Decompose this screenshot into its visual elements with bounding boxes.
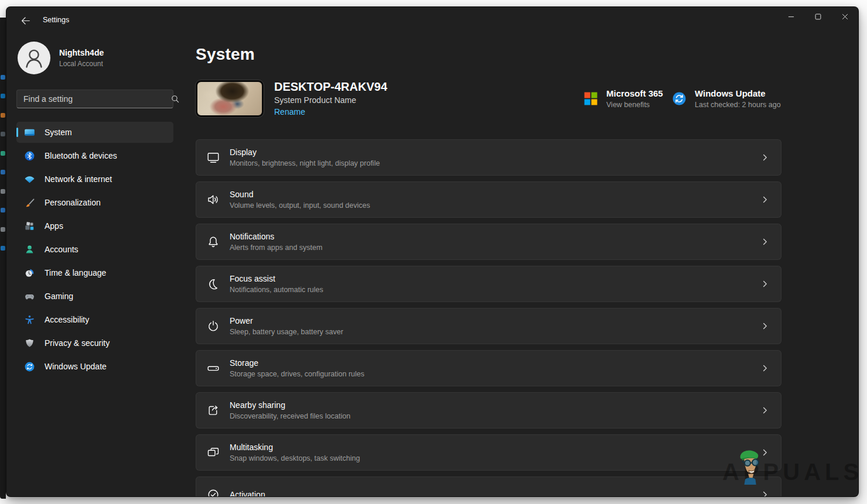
device-name: DESKTOP-4RAKV94 — [274, 80, 387, 93]
row-subtitle: Notifications, automatic rules — [230, 286, 323, 294]
quick-link-title: Microsoft 365 — [606, 89, 663, 98]
settings-row-sound[interactable]: SoundVolume levels, output, input, sound… — [196, 181, 781, 218]
time-language-icon — [24, 268, 35, 279]
quick-link-title: Windows Update — [695, 89, 781, 98]
search-icon[interactable] — [170, 94, 180, 104]
background-icon-fragment — [1, 94, 5, 98]
chevron-right-icon — [761, 153, 769, 162]
arrow-left-icon — [21, 16, 30, 28]
minimize-button[interactable] — [777, 7, 804, 27]
window-controls — [777, 7, 858, 27]
sidebar-item-time-language[interactable]: Time & language — [16, 262, 173, 283]
sidebar-item-windows-update[interactable]: Windows Update — [16, 356, 173, 377]
display-icon — [206, 150, 220, 164]
settings-row-multitasking[interactable]: MultitaskingSnap windows, desktops, task… — [196, 434, 781, 471]
settings-row-power[interactable]: PowerSleep, battery usage, battery saver — [196, 308, 781, 344]
chevron-right-icon — [761, 364, 769, 372]
desktop-background: Settings Nightsh4de Local Account — [0, 0, 867, 504]
apps-icon — [24, 221, 35, 232]
row-subtitle: Alerts from apps and system — [230, 244, 322, 252]
close-button[interactable] — [831, 7, 858, 27]
chevron-right-icon — [761, 280, 769, 288]
microsoft-logo-icon — [583, 91, 598, 106]
row-title: Display — [230, 148, 380, 157]
sidebar-item-network-internet[interactable]: Network & internet — [16, 169, 173, 190]
background-icon-fragment — [1, 227, 5, 232]
row-title: Notifications — [230, 232, 322, 241]
row-title: Nearby sharing — [230, 401, 350, 410]
background-icon-fragment — [1, 246, 5, 251]
sidebar-item-accessibility[interactable]: Accessibility — [16, 309, 173, 330]
sidebar-item-apps[interactable]: Apps — [16, 215, 173, 236]
settings-row-storage[interactable]: StorageStorage space, drives, configurat… — [196, 350, 781, 386]
sidebar-item-accounts[interactable]: Accounts — [16, 239, 173, 260]
chevron-right-icon — [761, 238, 769, 246]
settings-row-display[interactable]: DisplayMonitors, brightness, night light… — [196, 139, 781, 176]
row-subtitle: Sleep, battery usage, battery saver — [230, 328, 343, 336]
window-title: Settings — [43, 16, 69, 24]
titlebar[interactable]: Settings — [6, 7, 858, 33]
user-name: Nightsh4de — [59, 48, 104, 57]
bluetooth-icon — [24, 150, 35, 162]
chevron-right-icon — [761, 406, 769, 414]
selected-indicator — [16, 128, 18, 137]
activation-icon — [206, 488, 220, 497]
background-icon-fragment — [1, 151, 5, 156]
account-type: Local Account — [59, 60, 104, 68]
settings-window: Settings Nightsh4de Local Account — [6, 6, 859, 497]
windows-update-icon — [24, 361, 35, 372]
row-subtitle: Discoverability, received files location — [230, 412, 350, 420]
sidebar-item-personalization[interactable]: Personalization — [16, 192, 173, 213]
settings-row-notifications[interactable]: NotificationsAlerts from apps and system — [196, 224, 781, 260]
row-title: Multitasking — [230, 443, 360, 452]
minimize-icon — [788, 13, 794, 22]
sidebar-item-bluetooth-devices[interactable]: Bluetooth & devices — [16, 145, 173, 166]
maximize-icon — [815, 13, 821, 22]
settings-row-focus-assist[interactable]: Focus assistNotifications, automatic rul… — [196, 266, 781, 302]
sidebar-item-label: Network & internet — [45, 174, 112, 184]
microsoft-365-link[interactable]: Microsoft 365 View benefits — [583, 89, 663, 109]
accessibility-icon — [24, 314, 35, 325]
sidebar: Nightsh4de Local Account SystemBluetooth… — [6, 33, 196, 497]
search-box — [16, 90, 186, 108]
row-subtitle: Storage space, drives, configuration rul… — [230, 370, 364, 378]
device-wallpaper-thumbnail — [196, 80, 264, 117]
sidebar-item-label: Gaming — [45, 292, 73, 301]
close-icon — [842, 13, 848, 22]
settings-row-activation[interactable]: Activation — [196, 476, 781, 497]
quick-link-subtitle: Last checked: 2 hours ago — [695, 101, 781, 109]
sound-icon — [206, 193, 220, 207]
back-button[interactable] — [13, 12, 37, 32]
row-title: Activation — [230, 491, 265, 498]
chevron-right-icon — [761, 196, 769, 204]
chevron-right-icon — [761, 491, 769, 497]
sidebar-item-label: Accounts — [45, 245, 78, 254]
system-icon — [24, 127, 35, 138]
multitasking-icon — [206, 445, 220, 460]
network-icon — [24, 174, 35, 185]
maximize-button[interactable] — [804, 7, 831, 27]
sidebar-item-label: System — [45, 128, 72, 137]
background-icon-fragment — [1, 189, 5, 194]
page-title: System — [196, 43, 781, 66]
rename-link[interactable]: Rename — [274, 107, 305, 116]
chevron-right-icon — [761, 448, 769, 457]
device-product-name: System Product Name — [274, 95, 387, 105]
quick-link-subtitle: View benefits — [606, 101, 663, 109]
sidebar-item-label: Personalization — [45, 198, 101, 207]
windows-update-link[interactable]: Windows Update Last checked: 2 hours ago — [672, 89, 781, 109]
row-subtitle: Snap windows, desktops, task switching — [230, 454, 360, 462]
sidebar-item-privacy-security[interactable]: Privacy & security — [16, 332, 173, 354]
background-icon-fragment — [1, 208, 5, 212]
sidebar-item-label: Privacy & security — [45, 338, 110, 348]
row-title: Storage — [230, 359, 364, 368]
background-icon-fragment — [1, 170, 5, 174]
search-input[interactable] — [16, 90, 173, 108]
personalization-icon — [24, 197, 35, 208]
sidebar-item-system[interactable]: System — [16, 122, 173, 143]
row-title: Focus assist — [230, 275, 323, 283]
settings-row-nearby-sharing[interactable]: Nearby sharingDiscoverability, received … — [196, 392, 781, 428]
background-window-edge — [0, 18, 6, 499]
sidebar-item-gaming[interactable]: Gaming — [16, 286, 173, 307]
sidebar-item-label: Bluetooth & devices — [45, 151, 117, 160]
